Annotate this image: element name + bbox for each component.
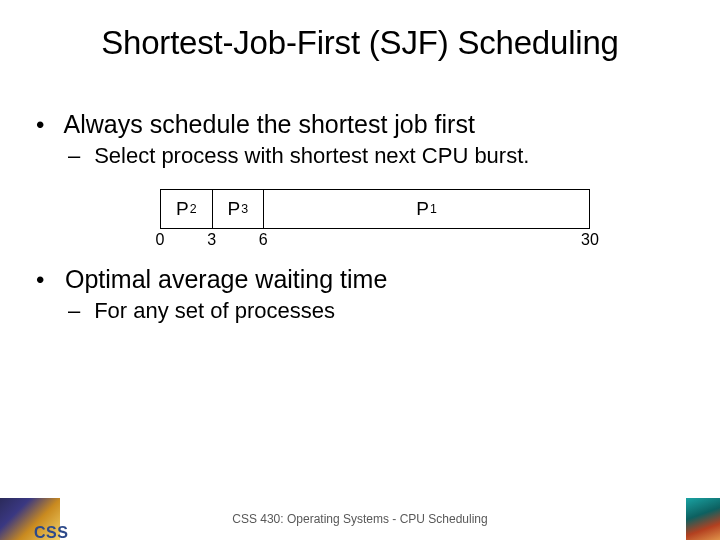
- bullet-2: Optimal average waiting time For any set…: [40, 265, 682, 324]
- bullet-2-1: For any set of processes: [68, 298, 682, 324]
- gantt-seg-p1: P1: [263, 189, 590, 229]
- gantt-bar: P2 P3 P1: [160, 189, 590, 229]
- gantt-seg-p2: P2: [160, 189, 212, 229]
- footer-text: CSS 430: Operating Systems - CPU Schedul…: [0, 512, 720, 526]
- bullet-2-1-text: For any set of processes: [94, 298, 335, 323]
- gantt-tick-3: 3: [207, 231, 216, 249]
- bullet-1: Always schedule the shortest job first S…: [40, 110, 682, 251]
- gantt-p3-label: P: [228, 198, 241, 220]
- gantt-chart: P2 P3 P1 0 3 6 30: [160, 189, 590, 251]
- book-cover-thumbnail: [686, 498, 720, 540]
- bullet-1-1: Select process with shortest next CPU bu…: [68, 143, 682, 169]
- gantt-p1-label: P: [416, 198, 429, 220]
- uwb-css-logo: CSS: [0, 498, 60, 540]
- bullet-1-sublist: Select process with shortest next CPU bu…: [68, 143, 682, 169]
- gantt-p1-sub: 1: [430, 202, 437, 216]
- gantt-ticks: 0 3 6 30: [160, 229, 590, 251]
- gantt-tick-6: 6: [259, 231, 268, 249]
- slide: Shortest-Job-First (SJF) Scheduling Alwa…: [0, 0, 720, 540]
- bullet-list: Always schedule the shortest job first S…: [40, 110, 682, 324]
- gantt-tick-0: 0: [156, 231, 165, 249]
- bullet-1-text: Always schedule the shortest job first: [64, 110, 475, 138]
- bullet-2-sublist: For any set of processes: [68, 298, 682, 324]
- gantt-seg-p3: P3: [212, 189, 264, 229]
- gantt-p2-sub: 2: [190, 202, 197, 216]
- css-logo-label: CSS: [34, 524, 68, 540]
- bullet-2-text: Optimal average waiting time: [65, 265, 387, 293]
- gantt-p2-label: P: [176, 198, 189, 220]
- gantt-p3-sub: 3: [241, 202, 248, 216]
- slide-title: Shortest-Job-First (SJF) Scheduling: [38, 24, 682, 62]
- bullet-1-1-text: Select process with shortest next CPU bu…: [94, 143, 529, 168]
- gantt-tick-30: 30: [581, 231, 599, 249]
